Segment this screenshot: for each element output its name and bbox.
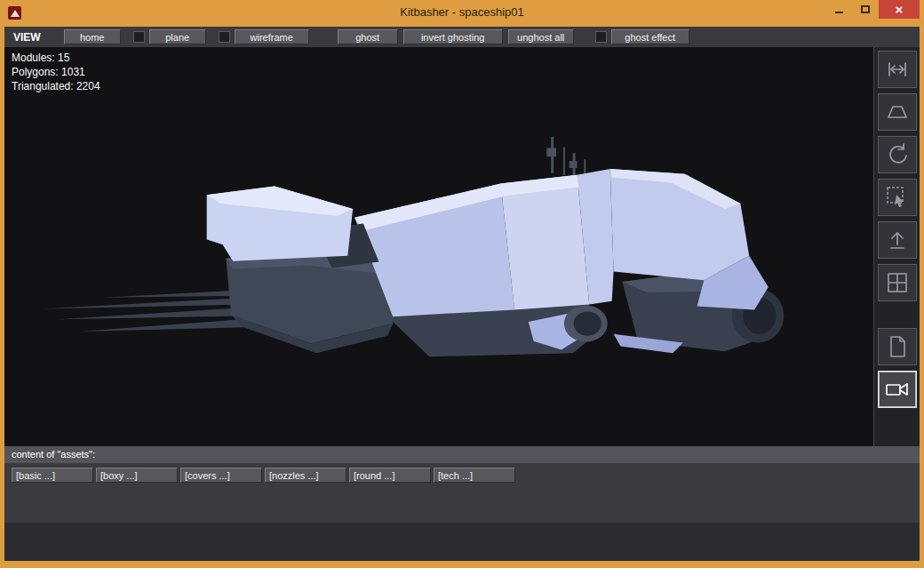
window-controls: × xyxy=(825,0,920,19)
camera-icon xyxy=(885,377,910,402)
side-button-camera[interactable] xyxy=(878,371,917,408)
assets-panel: [basic ...] [boxy ...] [covers ...] [noz… xyxy=(4,463,920,523)
side-button-new-page[interactable] xyxy=(878,328,917,365)
home-button[interactable]: home xyxy=(64,29,121,44)
viewport-3d[interactable]: Modules: 15 Polygons: 1031 Triangulated:… xyxy=(4,47,873,446)
asset-category-tech[interactable]: [tech ...] xyxy=(434,468,515,483)
view-label: VIEW xyxy=(13,31,41,44)
asset-category-basic[interactable]: [basic ...] xyxy=(12,468,93,483)
side-button-resize-horizontal[interactable] xyxy=(878,51,917,88)
resize-horizontal-icon xyxy=(885,57,910,82)
side-toolbar xyxy=(873,47,920,446)
ghost-effect-group: ghost effect xyxy=(595,29,689,44)
assets-empty-area xyxy=(4,523,920,561)
assets-panel-header: content of "assets": xyxy=(4,446,920,463)
stat-modules: Modules: 15 xyxy=(12,51,100,65)
invert-ghosting-button[interactable]: invert ghosting xyxy=(403,29,503,44)
model-stats: Modules: 15 Polygons: 1031 Triangulated:… xyxy=(12,51,100,93)
maximize-button[interactable] xyxy=(852,0,879,19)
side-button-trapezoid[interactable] xyxy=(878,93,917,131)
plane-checkbox[interactable] xyxy=(133,31,145,43)
move-up-icon xyxy=(885,228,910,252)
view-toolbar: VIEW home plane wireframe ghost invert g… xyxy=(4,27,920,47)
new-page-icon xyxy=(885,334,910,359)
wireframe-group: wireframe xyxy=(219,29,309,44)
asset-category-covers[interactable]: [covers ...] xyxy=(180,468,262,483)
minimize-icon xyxy=(835,12,843,13)
asset-category-nozzles[interactable]: [nozzles ...] xyxy=(265,468,346,483)
asset-categories: [basic ...] [boxy ...] [covers ...] [noz… xyxy=(12,468,920,483)
stat-polygons: Polygons: 1031 xyxy=(12,65,100,79)
asset-category-boxy[interactable]: [boxy ...] xyxy=(96,468,178,483)
side-button-rotate[interactable] xyxy=(878,136,917,173)
side-button-marquee-select[interactable] xyxy=(878,179,917,216)
rotate-icon xyxy=(885,142,910,167)
plane-group: plane xyxy=(133,29,206,44)
ghost-effect-checkbox[interactable] xyxy=(595,31,607,43)
wireframe-checkbox[interactable] xyxy=(219,31,230,43)
ghost-effect-button[interactable]: ghost effect xyxy=(611,29,689,44)
spaceship-model xyxy=(4,47,873,446)
marquee-select-icon xyxy=(885,185,910,210)
grid-icon xyxy=(885,270,910,295)
trapezoid-icon xyxy=(885,100,910,124)
plane-button[interactable]: plane xyxy=(149,29,206,44)
app-window: Kitbasher - spaceship01 × VIEW home plan… xyxy=(0,0,924,568)
stat-triangulated: Triangulated: 2204 xyxy=(12,79,100,93)
unghost-all-button[interactable]: unghost all xyxy=(508,29,574,44)
asset-category-round[interactable]: [round ...] xyxy=(349,468,431,483)
minimize-button[interactable] xyxy=(825,0,852,19)
close-button[interactable]: × xyxy=(879,0,920,19)
titlebar[interactable]: Kitbasher - spaceship01 × xyxy=(4,0,920,27)
wireframe-button[interactable]: wireframe xyxy=(235,29,309,44)
maximize-icon xyxy=(861,5,870,13)
ghost-button[interactable]: ghost xyxy=(338,29,398,44)
close-icon: × xyxy=(896,2,904,17)
side-button-grid[interactable] xyxy=(878,264,917,301)
side-button-move-up[interactable] xyxy=(878,221,917,259)
main-area: Modules: 15 Polygons: 1031 Triangulated:… xyxy=(4,47,920,446)
window-title: Kitbasher - spaceship01 xyxy=(4,0,920,25)
